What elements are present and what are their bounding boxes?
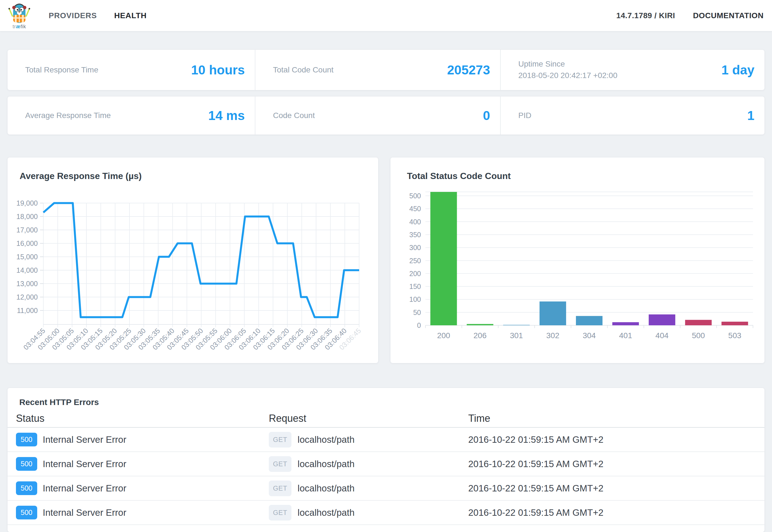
y-tick-label: 17,000 — [17, 226, 38, 234]
x-tick-label: 401 — [619, 331, 632, 340]
stat-pid: PID 1 — [501, 96, 764, 135]
version-label: 14.7.1789 / KIRI — [616, 11, 675, 20]
method-badge: GET — [269, 505, 291, 521]
y-tick-label: 11,000 — [17, 307, 38, 314]
y-tick-label: 150 — [409, 283, 421, 290]
y-tick-label: 19,000 — [17, 199, 38, 207]
stat-value: 14 ms — [208, 108, 245, 123]
stat-label: Total Code Count — [273, 64, 333, 76]
nav-item-providers[interactable]: PROVIDERS — [49, 11, 97, 20]
uptime-since-label: Uptime Since — [518, 58, 617, 70]
x-tick-label: 301 — [510, 331, 523, 340]
traefik-mascot-icon — [8, 2, 30, 24]
request-path: localhost/path — [298, 507, 355, 518]
error-table-row: 500Internal Server ErrorGETlocalhost/pat… — [8, 501, 764, 525]
status-cell: 500Internal Server Error — [8, 433, 260, 446]
top-navbar: træfik PROVIDERS HEALTH 14.7.1789 / KIRI… — [0, 0, 772, 31]
stat-code-count: Code Count 0 — [255, 96, 501, 135]
y-tick-label: 13,000 — [17, 280, 38, 288]
bar-chart-title: Total Status Code Count — [407, 171, 511, 181]
y-tick-label: 250 — [409, 257, 421, 265]
status-text: Internal Server Error — [43, 483, 126, 494]
stat-average-response-time: Average Response Time 14 ms — [8, 96, 255, 135]
method-badge: GET — [269, 481, 291, 496]
status-cell: 500Internal Server Error — [8, 506, 260, 519]
error-time: 2016-10-22 01:59:15 AM GMT+2 — [461, 507, 764, 518]
status-cell: 500Internal Server Error — [8, 457, 260, 471]
status-text: Internal Server Error — [43, 459, 126, 469]
nav-item-health[interactable]: HEALTH — [114, 11, 147, 20]
x-tick-label: 500 — [692, 331, 705, 340]
error-time: 2016-10-22 01:59:15 AM GMT+2 — [461, 459, 764, 469]
status-code-bar-404 — [649, 314, 675, 325]
request-cell: GETlocalhost/path — [260, 481, 461, 496]
stat-label: Code Count — [273, 110, 315, 121]
stats-row-totals: Total Response Time 10 hours Total Code … — [8, 50, 764, 90]
x-tick-label: 304 — [583, 331, 596, 340]
uptime-since-date: 2018-05-20 20:42:17 +02:00 — [518, 70, 617, 81]
status-code-bar-503 — [721, 322, 748, 325]
stat-uptime: Uptime Since 2018-05-20 20:42:17 +02:00 … — [501, 50, 764, 90]
method-badge: GET — [269, 432, 291, 448]
y-tick-label: 0 — [417, 321, 421, 329]
stat-label: Uptime Since 2018-05-20 20:42:17 +02:00 — [518, 58, 617, 81]
status-code-bar-200 — [430, 192, 457, 325]
request-cell: GETlocalhost/path — [260, 505, 461, 521]
request-cell: GETlocalhost/path — [260, 456, 461, 472]
errors-table-body: 500Internal Server ErrorGETlocalhost/pat… — [8, 428, 764, 525]
column-header-time: Time — [461, 413, 764, 424]
y-tick-label: 14,000 — [17, 266, 38, 274]
stat-total-response-time: Total Response Time 10 hours — [8, 50, 255, 90]
column-header-request: Request — [260, 413, 461, 424]
y-tick-label: 50 — [413, 309, 421, 316]
method-badge: GET — [269, 456, 291, 472]
status-text: Internal Server Error — [43, 434, 126, 445]
y-tick-label: 15,000 — [17, 253, 38, 261]
avg-response-time-chart-card: 11,00012,00013,00014,00015,00016,00017,0… — [8, 157, 378, 363]
stat-label: PID — [518, 110, 531, 121]
y-tick-label: 100 — [409, 295, 421, 303]
y-tick-label: 450 — [409, 205, 421, 213]
request-cell: GETlocalhost/path — [260, 432, 461, 448]
status-code-bar-500 — [685, 320, 712, 325]
y-tick-label: 300 — [409, 244, 421, 251]
status-code-bar-301 — [503, 325, 530, 326]
y-tick-label: 500 — [409, 192, 421, 200]
traefik-logo[interactable]: træfik — [7, 2, 31, 29]
request-path: localhost/path — [298, 434, 355, 445]
error-table-row: 500Internal Server ErrorGETlocalhost/pat… — [8, 428, 764, 452]
status-badge: 500 — [16, 457, 37, 471]
request-path: localhost/path — [298, 459, 355, 469]
error-time: 2016-10-22 01:59:15 AM GMT+2 — [461, 434, 764, 445]
y-tick-label: 200 — [409, 270, 421, 277]
stat-value: 10 hours — [191, 62, 245, 77]
status-badge: 500 — [16, 433, 37, 446]
y-tick-label: 18,000 — [17, 213, 38, 220]
nav-item-documentation[interactable]: DOCUMENTATION — [693, 11, 764, 20]
status-badge: 500 — [16, 506, 37, 519]
status-code-bar-chart: 0501001502002503003504004505002002063013… — [390, 157, 764, 363]
stat-value: 1 — [747, 108, 754, 123]
stat-value: 0 — [483, 108, 490, 123]
stat-total-code-count: Total Code Count 205273 — [255, 50, 501, 90]
y-tick-label: 12,000 — [17, 293, 38, 301]
y-tick-label: 16,000 — [17, 239, 38, 247]
x-tick-label: 302 — [546, 331, 559, 340]
stat-value: 205273 — [447, 62, 490, 77]
x-tick-label: 404 — [655, 331, 669, 340]
status-code-bar-304 — [576, 316, 602, 325]
x-tick-label: 503 — [728, 331, 742, 340]
error-time: 2016-10-22 01:59:15 AM GMT+2 — [461, 483, 764, 494]
error-table-row: 500Internal Server ErrorGETlocalhost/pat… — [8, 476, 764, 501]
x-tick-label: 206 — [474, 331, 487, 340]
errors-table-header: Status Request Time — [8, 410, 764, 428]
line-chart-title: Average Response Time (µs) — [20, 171, 142, 181]
status-code-bar-302 — [540, 302, 566, 325]
x-tick-label: 200 — [437, 331, 450, 340]
y-tick-label: 350 — [409, 231, 421, 239]
column-header-status: Status — [8, 413, 260, 424]
status-code-bar-401 — [612, 322, 639, 325]
error-table-row: 500Internal Server ErrorGETlocalhost/pat… — [8, 452, 764, 476]
status-text: Internal Server Error — [43, 507, 126, 518]
errors-table-title: Recent HTTP Errors — [8, 388, 764, 410]
